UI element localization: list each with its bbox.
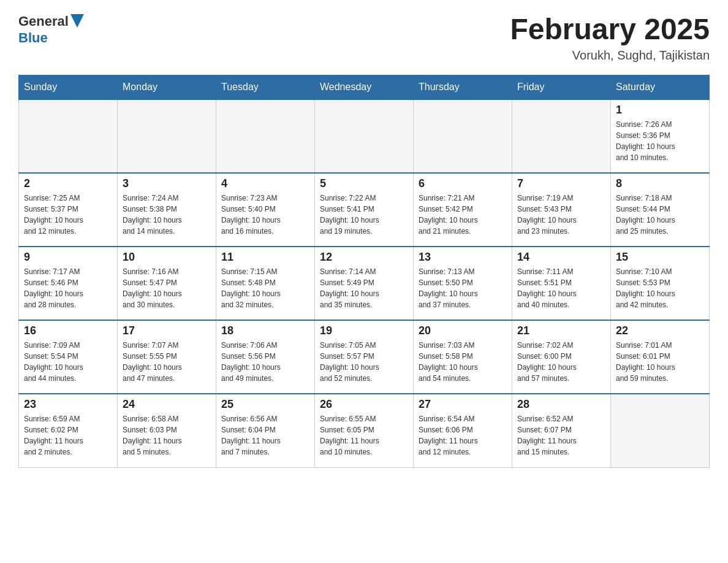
day-info: Sunrise: 7:19 AM Sunset: 5:43 PM Dayligh… (517, 193, 605, 237)
day-number: 17 (123, 324, 211, 337)
day-number: 10 (123, 251, 211, 264)
day-info: Sunrise: 7:10 AM Sunset: 5:53 PM Dayligh… (616, 266, 704, 310)
day-info: Sunrise: 7:23 AM Sunset: 5:40 PM Dayligh… (221, 193, 309, 237)
weekday-header-thursday: Thursday (414, 75, 512, 100)
calendar-cell: 7Sunrise: 7:19 AM Sunset: 5:43 PM Daylig… (512, 173, 611, 247)
calendar-cell: 25Sunrise: 6:56 AM Sunset: 6:04 PM Dayli… (216, 394, 315, 467)
day-number: 4 (221, 177, 309, 190)
weekday-header-monday: Monday (118, 75, 216, 100)
day-info: Sunrise: 6:55 AM Sunset: 6:05 PM Dayligh… (320, 413, 408, 458)
calendar-cell: 6Sunrise: 7:21 AM Sunset: 5:42 PM Daylig… (414, 173, 512, 247)
day-number: 9 (24, 251, 112, 264)
day-number: 5 (320, 177, 408, 190)
calendar-cell: 13Sunrise: 7:13 AM Sunset: 5:50 PM Dayli… (414, 247, 512, 320)
calendar-cell: 23Sunrise: 6:59 AM Sunset: 6:02 PM Dayli… (19, 394, 118, 467)
svg-marker-0 (70, 14, 84, 28)
calendar-cell (315, 99, 414, 173)
logo-arrow-icon (70, 14, 84, 28)
day-number: 28 (517, 398, 605, 411)
weekday-header-wednesday: Wednesday (315, 75, 414, 100)
week-row-2: 2Sunrise: 7:25 AM Sunset: 5:37 PM Daylig… (19, 173, 710, 247)
day-info: Sunrise: 7:24 AM Sunset: 5:38 PM Dayligh… (123, 193, 211, 237)
calendar-cell: 21Sunrise: 7:02 AM Sunset: 6:00 PM Dayli… (512, 320, 611, 394)
calendar-cell (118, 99, 216, 173)
weekday-header-sunday: Sunday (19, 75, 118, 100)
day-info: Sunrise: 7:25 AM Sunset: 5:37 PM Dayligh… (24, 193, 112, 237)
calendar-cell: 4Sunrise: 7:23 AM Sunset: 5:40 PM Daylig… (216, 173, 315, 247)
day-info: Sunrise: 7:03 AM Sunset: 5:58 PM Dayligh… (419, 340, 507, 384)
day-info: Sunrise: 7:11 AM Sunset: 5:51 PM Dayligh… (517, 266, 605, 310)
day-info: Sunrise: 7:05 AM Sunset: 5:57 PM Dayligh… (320, 340, 408, 384)
day-number: 8 (616, 177, 704, 190)
calendar-cell (611, 394, 710, 467)
day-number: 27 (419, 398, 507, 411)
calendar-cell: 1Sunrise: 7:26 AM Sunset: 5:36 PM Daylig… (611, 99, 710, 173)
calendar-cell: 10Sunrise: 7:16 AM Sunset: 5:47 PM Dayli… (118, 247, 216, 320)
day-number: 11 (221, 251, 309, 264)
day-info: Sunrise: 7:21 AM Sunset: 5:42 PM Dayligh… (419, 193, 507, 237)
calendar-cell: 24Sunrise: 6:58 AM Sunset: 6:03 PM Dayli… (118, 394, 216, 467)
day-info: Sunrise: 6:52 AM Sunset: 6:07 PM Dayligh… (517, 413, 605, 458)
page-header: General Blue February 2025 Vorukh, Sughd… (18, 12, 710, 63)
day-info: Sunrise: 6:54 AM Sunset: 6:06 PM Dayligh… (419, 413, 507, 458)
logo-general-text: General (18, 13, 69, 29)
logo-blue-text: Blue (18, 30, 48, 45)
calendar-cell: 26Sunrise: 6:55 AM Sunset: 6:05 PM Dayli… (315, 394, 414, 467)
calendar-cell: 28Sunrise: 6:52 AM Sunset: 6:07 PM Dayli… (512, 394, 611, 467)
day-info: Sunrise: 6:56 AM Sunset: 6:04 PM Dayligh… (221, 413, 309, 458)
calendar-cell: 3Sunrise: 7:24 AM Sunset: 5:38 PM Daylig… (118, 173, 216, 247)
weekday-header-saturday: Saturday (611, 75, 710, 100)
day-number: 13 (419, 251, 507, 264)
day-info: Sunrise: 7:09 AM Sunset: 5:54 PM Dayligh… (24, 340, 112, 384)
calendar-cell: 17Sunrise: 7:07 AM Sunset: 5:55 PM Dayli… (118, 320, 216, 394)
title-area: February 2025 Vorukh, Sughd, Tajikistan (510, 12, 710, 63)
day-info: Sunrise: 7:15 AM Sunset: 5:48 PM Dayligh… (221, 266, 309, 310)
day-number: 18 (221, 324, 309, 337)
calendar-cell: 16Sunrise: 7:09 AM Sunset: 5:54 PM Dayli… (19, 320, 118, 394)
calendar-cell (19, 99, 118, 173)
day-number: 3 (123, 177, 211, 190)
calendar-cell: 22Sunrise: 7:01 AM Sunset: 6:01 PM Dayli… (611, 320, 710, 394)
week-row-3: 9Sunrise: 7:17 AM Sunset: 5:46 PM Daylig… (19, 247, 710, 320)
day-info: Sunrise: 7:01 AM Sunset: 6:01 PM Dayligh… (616, 340, 704, 384)
day-info: Sunrise: 7:22 AM Sunset: 5:41 PM Dayligh… (320, 193, 408, 237)
day-number: 1 (616, 104, 704, 117)
calendar-cell: 19Sunrise: 7:05 AM Sunset: 5:57 PM Dayli… (315, 320, 414, 394)
day-info: Sunrise: 7:17 AM Sunset: 5:46 PM Dayligh… (24, 266, 112, 310)
day-number: 12 (320, 251, 408, 264)
calendar-cell: 9Sunrise: 7:17 AM Sunset: 5:46 PM Daylig… (19, 247, 118, 320)
day-info: Sunrise: 7:02 AM Sunset: 6:00 PM Dayligh… (517, 340, 605, 384)
calendar-cell: 8Sunrise: 7:18 AM Sunset: 5:44 PM Daylig… (611, 173, 710, 247)
day-number: 19 (320, 324, 408, 337)
day-info: Sunrise: 7:07 AM Sunset: 5:55 PM Dayligh… (123, 340, 211, 384)
day-number: 22 (616, 324, 704, 337)
day-number: 7 (517, 177, 605, 190)
day-number: 23 (24, 398, 112, 411)
day-info: Sunrise: 7:18 AM Sunset: 5:44 PM Dayligh… (616, 193, 704, 237)
day-number: 20 (419, 324, 507, 337)
calendar-cell: 14Sunrise: 7:11 AM Sunset: 5:51 PM Dayli… (512, 247, 611, 320)
calendar-cell (414, 99, 512, 173)
weekday-header-friday: Friday (512, 75, 611, 100)
calendar-cell: 11Sunrise: 7:15 AM Sunset: 5:48 PM Dayli… (216, 247, 315, 320)
calendar-cell: 12Sunrise: 7:14 AM Sunset: 5:49 PM Dayli… (315, 247, 414, 320)
weekday-header-tuesday: Tuesday (216, 75, 315, 100)
logo: General Blue (18, 12, 84, 46)
day-info: Sunrise: 6:58 AM Sunset: 6:03 PM Dayligh… (123, 413, 211, 458)
day-number: 26 (320, 398, 408, 411)
week-row-4: 16Sunrise: 7:09 AM Sunset: 5:54 PM Dayli… (19, 320, 710, 394)
day-number: 25 (221, 398, 309, 411)
day-info: Sunrise: 7:14 AM Sunset: 5:49 PM Dayligh… (320, 266, 408, 310)
location-text: Vorukh, Sughd, Tajikistan (510, 48, 710, 63)
calendar-cell: 2Sunrise: 7:25 AM Sunset: 5:37 PM Daylig… (19, 173, 118, 247)
calendar-cell: 18Sunrise: 7:06 AM Sunset: 5:56 PM Dayli… (216, 320, 315, 394)
calendar-header-row: SundayMondayTuesdayWednesdayThursdayFrid… (19, 75, 710, 100)
day-info: Sunrise: 7:16 AM Sunset: 5:47 PM Dayligh… (123, 266, 211, 310)
calendar-cell (216, 99, 315, 173)
calendar-cell (512, 99, 611, 173)
calendar-cell: 27Sunrise: 6:54 AM Sunset: 6:06 PM Dayli… (414, 394, 512, 467)
week-row-1: 1Sunrise: 7:26 AM Sunset: 5:36 PM Daylig… (19, 99, 710, 173)
day-number: 24 (123, 398, 211, 411)
calendar-cell: 5Sunrise: 7:22 AM Sunset: 5:41 PM Daylig… (315, 173, 414, 247)
month-title: February 2025 (510, 12, 710, 46)
